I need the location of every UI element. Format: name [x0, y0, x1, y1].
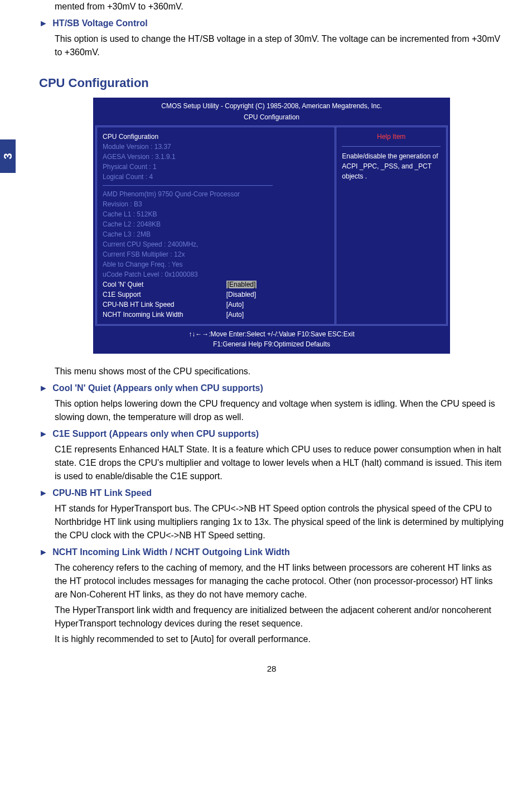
- bios-row-cool: Cool 'N' Quiet [Enabled]: [103, 279, 329, 290]
- bios-ucode: uCode Patch Level : 0x1000083: [103, 269, 329, 279]
- bios-separator: [103, 185, 273, 186]
- bios-row-c1e-value: [Disabled]: [226, 290, 330, 300]
- arrow-icon: ►: [39, 18, 48, 28]
- item-c1e-title: ► C1E Support (Appears only when CPU sup…: [39, 427, 504, 441]
- bios-title: CMOS Setup Utility - Copyright (C) 1985-…: [93, 98, 450, 112]
- cpu-config-heading: CPU Configuration: [39, 74, 504, 92]
- item-cpunb-body: HT stands for HyperTransport bus. The CP…: [55, 502, 504, 542]
- item-htsb-title: ► HT/SB Voltage Control: [39, 17, 504, 30]
- bios-footer-1: ↑↓←→:Move Enter:Select +/-/:Value F10:Sa…: [95, 329, 448, 339]
- bios-freq: Able to Change Freq. : Yes: [103, 259, 329, 269]
- bios-l1: Cache L1 : 512KB: [103, 209, 329, 219]
- bios-footer-2: F1:General Help F9:Optimized Defaults: [95, 339, 448, 349]
- bios-screenshot: CMOS Setup Utility - Copyright (C) 1985-…: [93, 98, 450, 354]
- bios-left-heading: CPU Configuration: [103, 132, 329, 142]
- bios-module: Module Version : 13.37: [103, 142, 329, 152]
- item-cool-title: ► Cool 'N' Quiet (Appears only when CPU …: [39, 382, 504, 395]
- bios-physical: Physical Count : 1: [103, 162, 329, 172]
- page-number: 28: [39, 663, 504, 676]
- bios-agesa: AGESA Version : 3.1.9.1: [103, 152, 329, 162]
- bios-help-text: Enable/disable the generation of ACPI _P…: [342, 151, 441, 181]
- bios-rev: Revision : B3: [103, 199, 329, 209]
- after-bios-intro: This menu shows most of the CPU specific…: [55, 365, 504, 378]
- bios-row-cool-value: [Enabled]: [226, 279, 330, 290]
- item-cpunb-title: ► CPU-NB HT Link Speed: [39, 486, 504, 500]
- bios-row-c1e-label: C1E Support: [103, 290, 226, 300]
- item-c1e-body: C1E represents Enhanced HALT State. It i…: [55, 443, 504, 483]
- bios-help-title: Help Item: [342, 132, 441, 147]
- bios-row-ncht-value: [Auto]: [226, 310, 330, 320]
- bios-row-cpunb-value: [Auto]: [226, 300, 330, 310]
- bios-l3: Cache L3 : 2MB: [103, 229, 329, 239]
- item-c1e-label: C1E Support (Appears only when CPU suppo…: [52, 429, 259, 438]
- bios-row-ncht: NCHT Incoming Link Width [Auto]: [103, 310, 329, 320]
- bios-proc: AMD Phenom(tm) 9750 Qund-Core Processor: [103, 189, 329, 199]
- item-cool-label: Cool 'N' Quiet (Appears only when CPU su…: [52, 383, 263, 393]
- bios-logical: Logical Count : 4: [103, 172, 329, 182]
- bios-l2: Cache L2 : 2048KB: [103, 219, 329, 229]
- bios-row-cool-label: Cool 'N' Quiet: [103, 279, 226, 290]
- bios-speed: Current CPU Speed : 2400MHz,: [103, 239, 329, 249]
- bios-row-cpunb-label: CPU-NB HT Link Speed: [103, 300, 226, 310]
- bios-main: CPU Configuration Module Version : 13.37…: [95, 126, 448, 326]
- bios-fsb: Current FSB Multiplier : 12x: [103, 249, 329, 259]
- item-cpunb-label: CPU-NB HT Link Speed: [52, 488, 152, 498]
- bios-row-cpunb: CPU-NB HT Link Speed [Auto]: [103, 300, 329, 310]
- arrow-icon: ►: [39, 383, 48, 393]
- arrow-icon: ►: [39, 547, 48, 557]
- bios-subtitle: CPU Configuration: [93, 112, 450, 126]
- bios-right-pane: Help Item Enable/disable the generation …: [336, 127, 446, 324]
- arrow-icon: ►: [39, 429, 48, 438]
- bios-row-ncht-label: NCHT Incoming Link Width: [103, 310, 226, 320]
- item-ncht-p2: The HyperTransport link width and freque…: [55, 604, 504, 630]
- chapter-tab: 3: [0, 139, 16, 173]
- bios-row-c1e: C1E Support [Disabled]: [103, 290, 329, 300]
- page-content: mented from +30mV to +360mV. ► HT/SB Vol…: [0, 0, 532, 692]
- item-ncht-p1: The coherency refers to the caching of m…: [55, 561, 504, 601]
- item-ncht-p3: It is highly recommended to set to [Auto…: [55, 633, 504, 646]
- item-htsb-body: This option is used to change the HT/SB …: [55, 32, 504, 59]
- bios-selected-value: [Enabled]: [226, 281, 257, 288]
- chapter-number: 3: [0, 153, 16, 159]
- item-cool-body: This option helps lowering down the CPU …: [55, 397, 504, 424]
- intro-tail: mented from +30mV to +360mV.: [55, 0, 504, 13]
- arrow-icon: ►: [39, 488, 48, 498]
- bios-footer: ↑↓←→:Move Enter:Select +/-/:Value F10:Sa…: [93, 326, 450, 354]
- item-ncht-title: ► NCHT Incoming Link Width / NCHT Outgoi…: [39, 546, 504, 559]
- bios-left-pane: CPU Configuration Module Version : 13.37…: [97, 127, 336, 324]
- item-htsb-label: HT/SB Voltage Control: [52, 18, 147, 28]
- item-ncht-label: NCHT Incoming Link Width / NCHT Outgoing…: [52, 547, 289, 557]
